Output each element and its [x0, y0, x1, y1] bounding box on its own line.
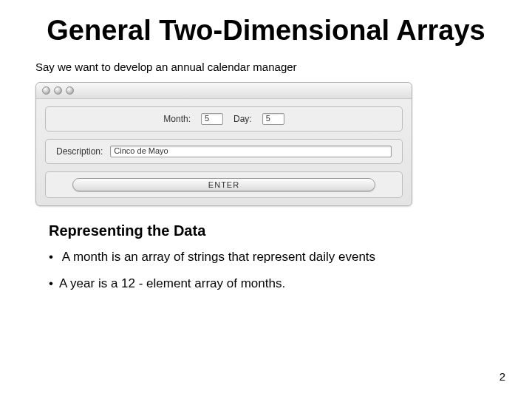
bullet-1: • A month is an array of strings that re…	[49, 250, 497, 265]
day-label: Day:	[233, 114, 252, 124]
intro-text: Say we want to develop an annual calenda…	[35, 61, 497, 73]
enter-panel: ENTER	[45, 171, 403, 198]
bullet-2-text: A year is a 12 - element array of months…	[59, 276, 285, 290]
page-number: 2	[499, 370, 505, 383]
date-panel: Month: 5 Day: 5	[45, 106, 403, 132]
month-label: Month:	[163, 114, 191, 124]
minimize-icon[interactable]	[54, 86, 62, 95]
description-input[interactable]: Cinco de Mayo	[110, 146, 392, 157]
enter-button[interactable]: ENTER	[72, 178, 375, 191]
description-panel: Description: Cinco de Mayo	[45, 139, 403, 164]
day-input[interactable]: 5	[262, 113, 284, 125]
close-icon[interactable]	[42, 86, 50, 95]
window-titlebar	[36, 83, 412, 99]
slide-title: General Two-Dimensional Arrays	[35, 15, 497, 47]
description-label: Description:	[56, 146, 103, 157]
calendar-window: Month: 5 Day: 5 Description: Cinco de Ma…	[35, 82, 412, 206]
month-input[interactable]: 5	[201, 113, 223, 125]
subheading: Representing the Data	[49, 222, 497, 239]
bullet-2: •A year is a 12 - element array of month…	[49, 276, 497, 291]
bullet-1-text: A month is an array of strings that repr…	[62, 250, 375, 264]
zoom-icon[interactable]	[66, 86, 74, 95]
